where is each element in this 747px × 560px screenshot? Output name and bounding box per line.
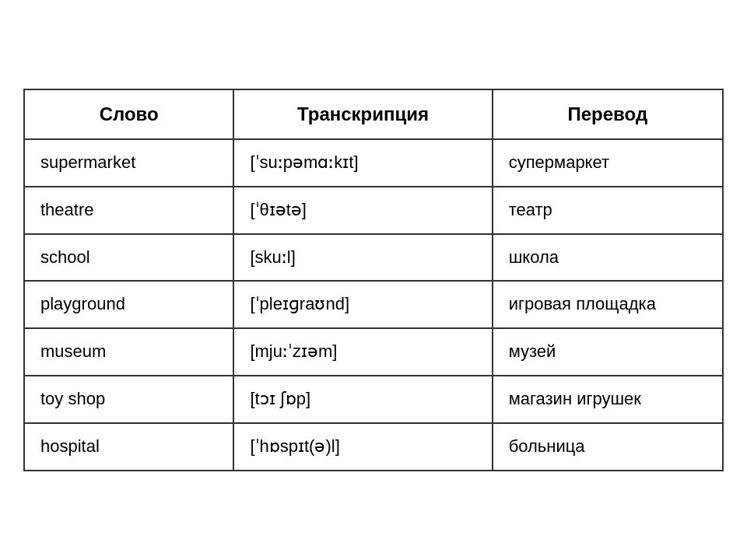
header-transcription: Транскрипция [233,89,492,139]
cell-word: museum [24,328,233,376]
cell-word: supermarket [24,139,233,187]
cell-transcription: [ˈhɒspɪt(ə)l] [233,423,492,471]
cell-translation: магазин игрушек [493,376,723,423]
cell-transcription: [ˈθɪətə] [233,187,492,234]
table-row: toy shop[tɔɪ ʃɒp]магазин игрушек [24,376,723,423]
table-row: hospital[ˈhɒspɪt(ə)l]больница [24,423,723,471]
cell-translation: театр [493,187,723,234]
table-row: supermarket[ˈsuːpəmɑːkɪt]супермаркет [24,139,723,187]
vocabulary-table-container: Слово Транскрипция Перевод supermarket[ˈ… [23,89,724,471]
vocabulary-table: Слово Транскрипция Перевод supermarket[ˈ… [23,89,724,471]
cell-translation: больница [493,423,723,471]
cell-transcription: [ˈpleɪɡraʊnd] [233,281,492,328]
cell-transcription: [mjuːˈzɪəm] [233,328,492,376]
cell-translation: игровая площадка [493,281,723,328]
cell-translation: музей [493,328,723,376]
cell-word: playground [24,281,233,328]
cell-translation: школа [493,234,723,282]
table-row: school[skuːl]школа [24,234,723,282]
cell-transcription: [tɔɪ ʃɒp] [233,376,492,423]
cell-word: hospital [24,423,233,471]
cell-word: school [24,234,233,282]
cell-word: toy shop [24,376,233,423]
table-row: theatre[ˈθɪətə]театр [24,187,723,234]
table-row: playground[ˈpleɪɡraʊnd]игровая площадка [24,281,723,328]
cell-word: theatre [24,187,233,234]
cell-transcription: [skuːl] [233,234,492,282]
cell-transcription: [ˈsuːpəmɑːkɪt] [233,139,492,187]
table-row: museum[mjuːˈzɪəm]музей [24,328,723,376]
table-header-row: Слово Транскрипция Перевод [24,89,723,139]
cell-translation: супермаркет [493,139,723,187]
header-translation: Перевод [493,89,723,139]
header-word: Слово [24,89,233,139]
